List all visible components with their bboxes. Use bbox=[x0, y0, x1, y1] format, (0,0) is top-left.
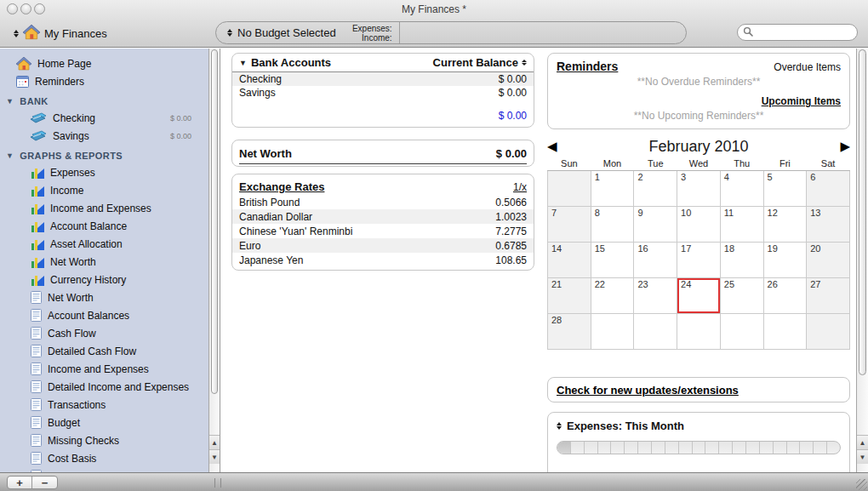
sidebar-item-report[interactable]: Budget bbox=[0, 414, 208, 431]
calendar-day[interactable]: 5 bbox=[763, 170, 807, 206]
upcoming-items-link[interactable]: Upcoming Items bbox=[557, 95, 841, 107]
calendar-day[interactable]: 3 bbox=[677, 170, 721, 206]
reminders-title[interactable]: Reminders bbox=[557, 60, 618, 73]
sidebar-item-label: Expenses bbox=[50, 167, 95, 179]
updown-arrows-icon[interactable] bbox=[227, 29, 232, 37]
sidebar-item-report[interactable]: Cost Basis bbox=[0, 449, 208, 467]
search-input[interactable] bbox=[757, 26, 850, 38]
document-icon bbox=[31, 398, 42, 411]
exchange-rate-row[interactable]: Canadian Dollar 1.0023 bbox=[232, 209, 534, 224]
calendar-day[interactable] bbox=[720, 313, 763, 349]
scrollbar-thumb[interactable] bbox=[859, 49, 866, 375]
current-balance-column-header[interactable]: Current Balance bbox=[433, 56, 527, 69]
calendar-day-today[interactable]: 24 bbox=[677, 277, 721, 313]
home-icon bbox=[23, 25, 40, 43]
sidebar-item-graph[interactable]: Account Balance bbox=[0, 217, 208, 235]
sidebar-item-report[interactable]: Net Worth bbox=[0, 288, 208, 306]
window-resize-grip[interactable] bbox=[856, 479, 867, 490]
scroll-up-button[interactable]: ▲ bbox=[857, 435, 868, 449]
calendar-day[interactable]: 27 bbox=[807, 277, 850, 313]
sidebar-item-home-page[interactable]: Home Page bbox=[0, 54, 208, 72]
calendar-day[interactable]: 7 bbox=[548, 206, 591, 242]
sidebar-item-report[interactable]: Detailed Income and Expenses bbox=[0, 378, 208, 396]
add-button[interactable]: + bbox=[8, 477, 32, 488]
check-updates-link[interactable]: Check for new updates/extensions bbox=[557, 384, 739, 397]
disclosure-triangle-icon[interactable]: ▼ bbox=[239, 59, 247, 67]
bank-account-row[interactable]: Savings $ 0.00 bbox=[232, 86, 534, 100]
calendar-day[interactable]: 21 bbox=[548, 277, 591, 313]
updown-arrows-icon[interactable] bbox=[557, 422, 562, 430]
calendar-day[interactable]: 20 bbox=[807, 242, 850, 277]
calendar-day[interactable]: 15 bbox=[591, 242, 634, 277]
sidebar-item-label: Reminders bbox=[35, 76, 84, 88]
net-worth-value: $ 0.00 bbox=[496, 147, 527, 160]
calendar-day[interactable]: 17 bbox=[677, 242, 721, 277]
calendar-day[interactable]: 14 bbox=[548, 242, 591, 277]
calendar-day[interactable] bbox=[677, 313, 721, 349]
calendar-day[interactable]: 9 bbox=[634, 206, 677, 242]
calendar-day[interactable]: 10 bbox=[677, 206, 721, 242]
sidebar-item-report[interactable]: Cash Flow bbox=[0, 324, 208, 342]
previous-month-button[interactable]: ◀ bbox=[547, 139, 564, 154]
sidebar-item-graph[interactable]: Net Worth bbox=[0, 253, 208, 271]
calendar-day[interactable]: 8 bbox=[591, 206, 634, 242]
sidebar-item-reminders[interactable]: Reminders bbox=[0, 72, 208, 90]
calendar-day[interactable]: 1 bbox=[591, 170, 634, 206]
calendar-day[interactable] bbox=[807, 313, 850, 349]
sidebar-item-graph[interactable]: Income bbox=[0, 181, 208, 199]
bank-account-row[interactable]: Checking $ 0.00 bbox=[232, 72, 534, 86]
sidebar-item-report[interactable]: Detailed Cash Flow bbox=[0, 342, 208, 360]
sidebar-item-savings[interactable]: Savings $ 0.00 bbox=[0, 127, 208, 145]
next-month-button[interactable]: ▶ bbox=[833, 139, 850, 154]
calendar-day[interactable]: 11 bbox=[720, 206, 763, 242]
calendar-day[interactable]: 26 bbox=[763, 277, 807, 313]
calendar-day[interactable]: 6 bbox=[807, 170, 850, 206]
calendar-day[interactable] bbox=[763, 313, 807, 349]
exchange-rate-row[interactable]: Euro 0.6785 bbox=[232, 238, 534, 253]
calendar-day[interactable]: 13 bbox=[807, 206, 850, 242]
sidebar-scrollbar[interactable]: ▲ ▼ bbox=[208, 49, 220, 472]
sidebar-item-graph[interactable]: Asset Allocation bbox=[0, 235, 208, 253]
sidebar-section-bank[interactable]: ▼ BANK bbox=[0, 93, 208, 109]
remove-button[interactable]: − bbox=[32, 477, 57, 488]
net-worth-panel: Net Worth $ 0.00 bbox=[231, 140, 534, 167]
file-selector[interactable]: My Finances bbox=[14, 23, 107, 43]
sidebar-item-report[interactable]: Account Balances bbox=[0, 306, 208, 324]
sidebar-section-graphs-reports[interactable]: ▼ GRAPHS & REPORTS bbox=[0, 147, 208, 163]
disclosure-triangle-icon[interactable]: ▼ bbox=[6, 151, 14, 160]
sidebar-item-report[interactable]: Income and Expenses bbox=[0, 360, 208, 378]
main-scrollbar[interactable]: ▲ ▼ bbox=[856, 49, 868, 472]
calendar-day[interactable]: 28 bbox=[548, 313, 591, 349]
calendar-day[interactable] bbox=[591, 313, 634, 349]
calendar-day[interactable] bbox=[634, 313, 677, 349]
calendar-day[interactable]: 16 bbox=[634, 242, 677, 277]
sidebar-item-graph[interactable]: Currency History bbox=[0, 271, 208, 288]
calendar-day[interactable]: 25 bbox=[720, 277, 763, 313]
sidebar-item-report[interactable]: Transactions bbox=[0, 396, 208, 414]
calendar-day[interactable]: 12 bbox=[763, 206, 807, 242]
calendar-day[interactable]: 22 bbox=[591, 277, 634, 313]
sidebar-item-graph[interactable]: Income and Expenses bbox=[0, 199, 208, 217]
sidebar-item-graph[interactable]: Expenses bbox=[0, 163, 208, 181]
rate-column-header[interactable]: 1/x bbox=[513, 181, 527, 193]
scrollbar-thumb[interactable] bbox=[211, 49, 218, 394]
scroll-down-button[interactable]: ▼ bbox=[857, 449, 868, 464]
splitter-handle[interactable] bbox=[214, 478, 221, 488]
calendar-day[interactable]: 18 bbox=[720, 242, 763, 277]
calendar-day[interactable]: 2 bbox=[634, 170, 677, 206]
calendar-day[interactable] bbox=[548, 170, 591, 206]
calendar-day[interactable]: 4 bbox=[720, 170, 763, 206]
calendar-day[interactable]: 23 bbox=[634, 277, 677, 313]
calendar-day[interactable]: 19 bbox=[763, 242, 807, 277]
bank-accounts-title: Bank Accounts bbox=[251, 56, 331, 69]
exchange-rate-row[interactable]: British Pound 0.5066 bbox=[232, 195, 534, 209]
scroll-down-button[interactable]: ▼ bbox=[209, 449, 220, 464]
disclosure-triangle-icon[interactable]: ▼ bbox=[6, 97, 14, 106]
search-box[interactable] bbox=[737, 24, 858, 41]
exchange-rate-row[interactable]: Chinese 'Yuan' Renminbi 7.2775 bbox=[232, 224, 534, 238]
scroll-up-button[interactable]: ▲ bbox=[209, 435, 220, 449]
budget-selector[interactable]: No Budget Selected bbox=[237, 26, 336, 39]
sidebar-item-report[interactable]: Missing Checks bbox=[0, 431, 208, 449]
sidebar-item-checking[interactable]: Checking $ 0.00 bbox=[0, 109, 208, 127]
exchange-rate-row[interactable]: Japanese Yen 108.65 bbox=[232, 253, 534, 267]
